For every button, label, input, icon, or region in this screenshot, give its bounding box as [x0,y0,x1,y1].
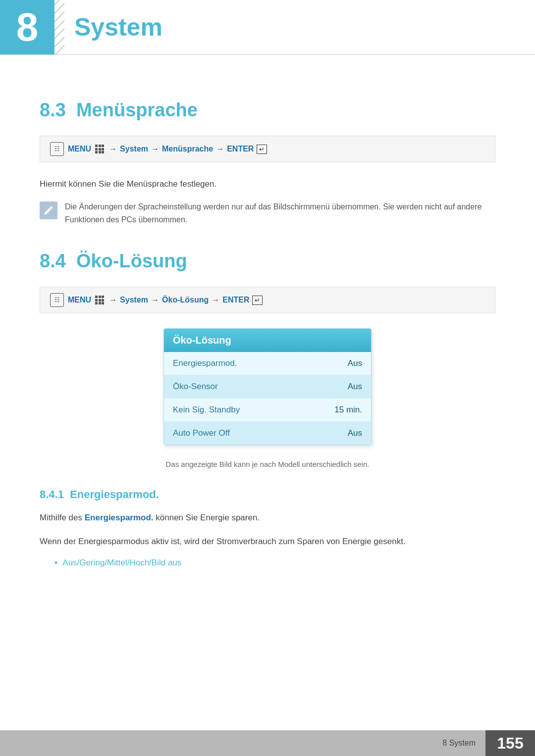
popup-row-3-label: Auto Power Off [173,428,230,438]
section-83-body: Hiermit können Sie die Menüsprache festl… [40,177,495,191]
section-83-heading: 8.3 Menüsprache [40,100,495,121]
popup-row-3[interactable]: Auto Power Off Aus [164,422,371,445]
chapter-number: 8 [16,7,39,47]
enter-label-83: ENTER [227,145,254,153]
section-83-number: 8.3 [40,100,66,120]
bullet-item-0: Aus/Gering/Mittel/Hoch/Bild aus [54,558,495,568]
section-84-menu-path: ☷ MENU → System → Öko-Lösung → ENTER ↵ [40,287,495,313]
subsection-841-body1: Mithilfe des Energiesparmod. können Sie … [40,511,495,524]
popup-caption: Das angezeigte Bild kann je nach Modell … [40,460,495,468]
section-84-title: Öko-Lösung [76,251,187,271]
section-83-title: Menüsprache [76,100,198,120]
eco-menu-popup: Öko-Lösung Energiesparmod. Aus Öko-Senso… [163,328,372,445]
grid-icon-84 [95,296,104,304]
popup-row-0[interactable]: Energiesparmod. Aus [164,352,371,375]
section-84: 8.4 Öko-Lösung ☷ MENU → System → Öko-Lös… [40,251,495,568]
path-step1-83: System [120,145,148,153]
arrow3-83: → [216,145,224,153]
section-83-note: Die Änderungen der Spracheinstellung wer… [65,201,495,226]
popup-row-3-value: Aus [348,428,362,438]
grid-icon-83 [95,145,104,153]
arrow1-84: → [109,296,117,304]
subsection-841: 8.4.1 Energiesparmod. Mithilfe des Energ… [40,488,495,568]
subsection-841-title: Energiesparmod. [70,488,159,501]
chapter-title: System [54,0,182,54]
menu-icon-84: ☷ [50,293,64,307]
popup-row-1[interactable]: Öko-Sensor Aus [164,375,371,399]
subsection-841-body2: Wenn der Energiesparmodus aktiv ist, wir… [40,535,495,548]
popup-row-0-value: Aus [348,358,362,368]
section-84-heading: 8.4 Öko-Lösung [40,251,495,272]
page-number: 155 [485,730,535,756]
enter-icon-83: ↵ [257,145,267,154]
section-83: 8.3 Menüsprache ☷ MENU → System → Menüsp… [40,100,495,226]
note-box-83: Die Änderungen der Spracheinstellung wer… [40,201,495,226]
bullet-list-841: Aus/Gering/Mittel/Hoch/Bild aus [40,558,495,568]
arrow3-84: → [212,296,219,304]
section-84-number: 8.4 [40,251,66,271]
pencil-icon [43,205,54,216]
arrow2-83: → [151,145,159,153]
menu-icon-83: ☷ [50,142,64,156]
path-step1-84: System [120,296,148,304]
path-step2-84: Öko-Lösung [162,296,209,304]
popup-row-0-label: Energiesparmod. [173,358,237,368]
bullet-text-0: Aus/Gering/Mittel/Hoch/Bild aus [62,558,181,568]
note-icon-83 [40,202,57,219]
enter-icon-84: ↵ [252,296,263,305]
popup-row-1-label: Öko-Sensor [173,382,218,392]
section-83-menu-path: ☷ MENU → System → Menüsprache → ENTER ↵ [40,136,495,162]
chapter-number-box: 8 [0,0,54,54]
enter-label-84: ENTER [222,296,249,304]
footer-label: 8 System [442,739,485,748]
path-step2-83: Menüsprache [162,145,213,153]
body1-pre: Mithilfe des [40,513,85,522]
popup-row-2[interactable]: Kein Sig. Standby 15 min. [164,399,371,422]
popup-row-1-value: Aus [348,382,362,392]
body1-bold: Energiesparmod. [85,513,154,522]
menu-label-83: MENU [68,145,91,153]
subsection-841-heading: 8.4.1 Energiesparmod. [40,488,495,501]
page-footer: 8 System 155 [0,730,535,756]
chapter-header: 8 System [0,0,535,55]
popup-title: Öko-Lösung [164,329,371,352]
popup-row-2-label: Kein Sig. Standby [173,405,240,415]
menu-label-84: MENU [68,296,91,304]
main-content: 8.3 Menüsprache ☷ MENU → System → Menüsp… [0,55,535,612]
arrow1-83: → [109,145,117,153]
arrow2-84: → [151,296,159,304]
body1-post: können Sie Energie sparen. [154,513,260,522]
subsection-841-number: 8.4.1 [40,488,64,501]
popup-row-2-value: 15 min. [334,405,362,415]
